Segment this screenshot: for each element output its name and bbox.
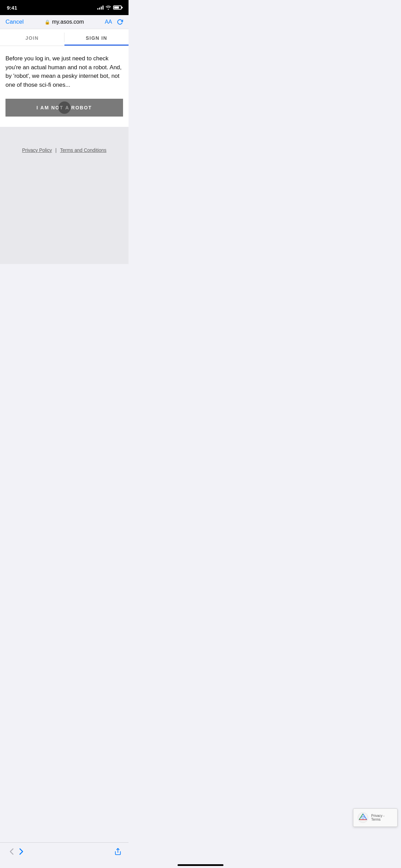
url-bar: 🔒 my.asos.com: [45, 19, 84, 25]
footer-separator: |: [56, 147, 57, 153]
battery-icon: [113, 5, 122, 10]
description-text: Before you log in, we just need to check…: [5, 54, 123, 89]
gray-section: Privacy Policy | Terms and Conditions: [0, 127, 129, 264]
cancel-button[interactable]: Cancel: [5, 19, 24, 25]
tab-signin[interactable]: SIGN IN: [64, 29, 129, 46]
footer-links: Privacy Policy | Terms and Conditions: [22, 147, 106, 153]
not-robot-button[interactable]: I AM NOT A ROBOT: [5, 99, 123, 117]
url-text: my.asos.com: [52, 19, 84, 25]
status-icons: [97, 5, 122, 10]
privacy-policy-link[interactable]: Privacy Policy: [22, 147, 52, 153]
text-size-button[interactable]: AA: [105, 19, 112, 25]
tab-join[interactable]: JOIN: [0, 29, 64, 46]
terms-link[interactable]: Terms and Conditions: [60, 147, 106, 153]
status-bar: 9:41: [0, 0, 129, 15]
browser-actions: AA: [105, 19, 123, 25]
signal-icon: [97, 5, 104, 10]
lock-icon: 🔒: [45, 20, 50, 25]
page-content: JOIN SIGN IN Before you log in, we just …: [0, 29, 129, 127]
refresh-button[interactable]: [117, 19, 123, 25]
status-time: 9:41: [7, 5, 17, 11]
main-content: Before you log in, we just need to check…: [0, 46, 129, 127]
browser-bar: Cancel 🔒 my.asos.com AA: [0, 15, 129, 29]
wifi-icon: [106, 5, 111, 10]
touch-indicator: [58, 101, 71, 114]
tabs: JOIN SIGN IN: [0, 29, 129, 46]
